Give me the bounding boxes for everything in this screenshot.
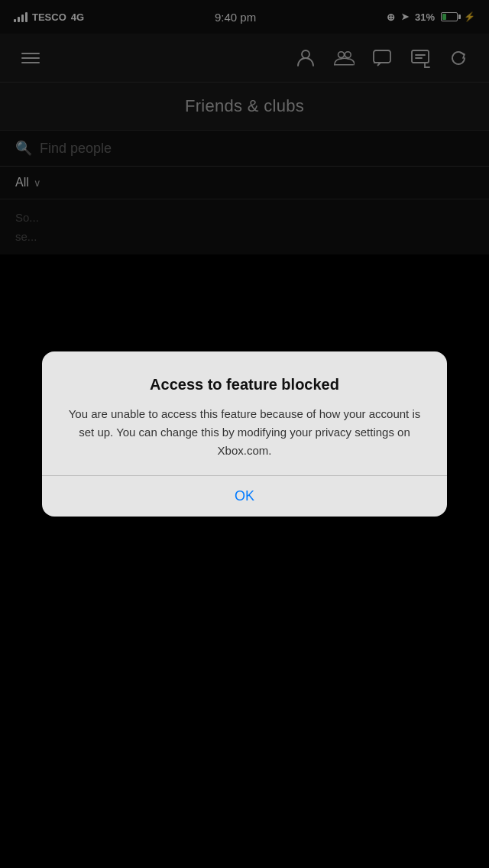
modal-overlay: Access to feature blocked You are unable…	[0, 0, 489, 868]
dialog: Access to feature blocked You are unable…	[42, 351, 447, 517]
dialog-ok-button[interactable]: OK	[42, 476, 447, 517]
dialog-message: You are unable to access this feature be…	[65, 405, 424, 460]
dialog-actions: OK	[42, 476, 447, 517]
dialog-title: Access to feature blocked	[65, 374, 424, 394]
dialog-body: Access to feature blocked You are unable…	[42, 351, 447, 475]
